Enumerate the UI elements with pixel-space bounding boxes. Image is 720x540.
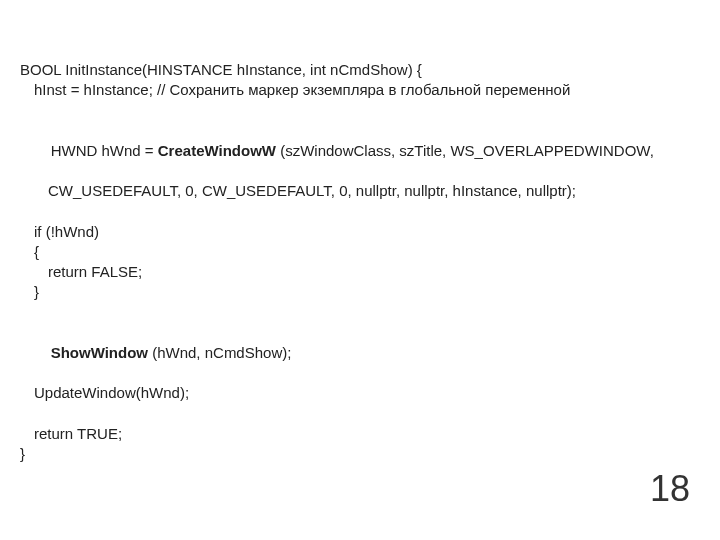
code-line: HWND hWnd = CreateWindowW (szWindowClass… [20, 121, 700, 182]
page-number: 18 [650, 468, 690, 510]
code-line: } [20, 282, 700, 302]
text-fragment-bold: CreateWindowW [158, 142, 280, 159]
code-line: return FALSE; [20, 262, 700, 282]
code-line: ShowWindow (hWnd, nCmdShow); [20, 323, 700, 384]
code-line: if (!hWnd) [20, 222, 700, 242]
code-line: return TRUE; [20, 424, 700, 444]
text-fragment: (szWindowClass, szTitle, WS_OVERLAPPEDWI… [280, 142, 654, 159]
code-line: BOOL InitInstance(HINSTANCE hInstance, i… [20, 60, 700, 80]
code-line: CW_USEDEFAULT, 0, CW_USEDEFAULT, 0, null… [20, 181, 700, 201]
text-fragment-bold: ShowWindow [51, 344, 153, 361]
code-block: BOOL InitInstance(HINSTANCE hInstance, i… [20, 60, 700, 464]
code-line: UpdateWindow(hWnd); [20, 383, 700, 403]
code-line: { [20, 242, 700, 262]
code-line: } [20, 444, 700, 464]
text-fragment: (hWnd, nCmdShow); [152, 344, 291, 361]
text-fragment: HWND hWnd = [51, 142, 158, 159]
code-line: hInst = hInstance; // Сохранить маркер э… [20, 80, 700, 100]
